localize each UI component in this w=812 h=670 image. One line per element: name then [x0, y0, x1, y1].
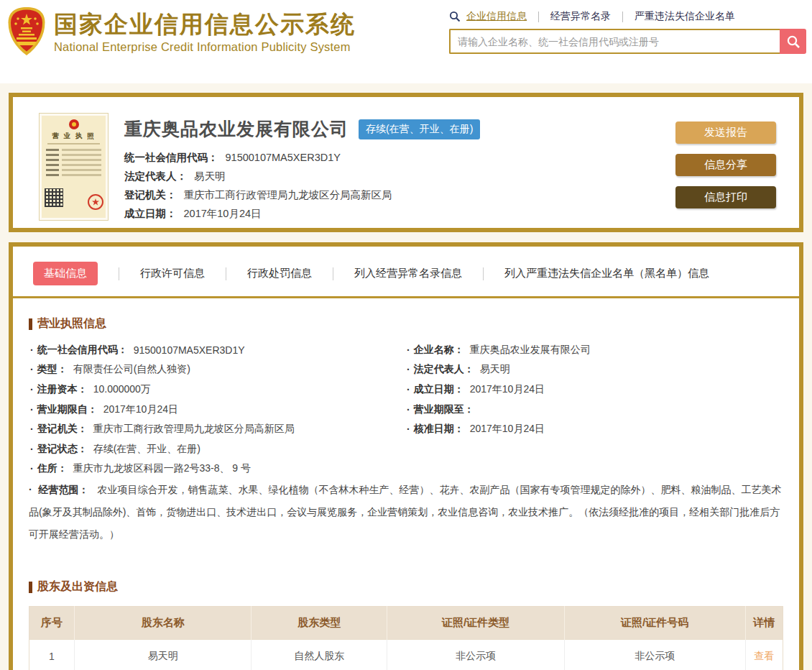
summary-row-legal-rep: 法定代表人： 易天明	[124, 171, 675, 182]
company-search-input[interactable]	[449, 29, 780, 54]
status-badge: 存续(在营、开业、在册)	[359, 119, 480, 139]
field-establish-date: 成立日期： 2017年10月24日	[407, 380, 783, 400]
field-term-to: 营业期限至：	[407, 400, 783, 420]
search-icon	[786, 35, 801, 49]
section-title-bar	[29, 318, 32, 330]
field-address: 住所： 重庆市九龙坡区科园一路2号33-8、 9 号	[30, 459, 407, 479]
detail-tabs: 基础信息 行政许可信息 行政处罚信息 列入经营异常名录信息 列入严重违法失信企业…	[13, 247, 799, 298]
col-header-cert-number: 证照/证件号码	[564, 607, 745, 640]
col-header-detail: 详情	[745, 607, 783, 640]
table-header-row: 序号 股东名称 股东类型 证照/证件类型 证照/证件号码 详情	[29, 607, 783, 640]
tab-separator	[483, 267, 484, 280]
search-icon	[449, 11, 461, 22]
view-detail-link[interactable]: 查看	[754, 650, 774, 661]
col-header-shareholder-name: 股东名称	[74, 607, 252, 640]
summary-row-establish-date: 成立日期： 2017年10月24日	[124, 208, 675, 219]
field-registry-authority: 登记机关： 重庆市工商行政管理局九龙坡区分局高新区局	[30, 419, 407, 439]
field-term-from: 营业期限自： 2017年10月24日	[30, 400, 407, 420]
cell-shareholder-name: 易天明	[74, 640, 252, 670]
field-legal-rep: 法定代表人： 易天明	[407, 360, 783, 380]
shareholders-table: 序号 股东名称 股东类型 证照/证件类型 证照/证件号码 详情 1 易天明 自然…	[29, 606, 783, 670]
business-license-thumbnail[interactable]: 营 业 执 照	[39, 113, 109, 221]
field-business-scope: 经营范围： 农业项目综合开发，销售蔬菜、水果、绿化植物（不含林木种生产、经营）、…	[29, 479, 783, 546]
tab-blacklist[interactable]: 列入严重违法失信企业名单（黑名单）信息	[504, 267, 709, 280]
field-credit-code: 统一社会信用代码： 91500107MA5XER3D1Y	[30, 340, 407, 360]
nav-link-illegal-list[interactable]: 严重违法失信企业名单	[635, 10, 735, 23]
license-thumb-title: 营 业 执 照	[45, 132, 103, 141]
cell-cert-number: 非公示项	[564, 640, 745, 670]
shareholders-section-title: 股东及出资信息	[29, 579, 783, 595]
company-detail-card: 基础信息 行政许可信息 行政处罚信息 列入经营异常名录信息 列入严重违法失信企业…	[9, 242, 803, 670]
license-qr-code	[45, 188, 63, 207]
search-button[interactable]	[780, 29, 806, 54]
site-title-zh: 国家企业信用信息公示系统	[54, 10, 356, 39]
field-company-type: 类型： 有限责任公司(自然人独资)	[30, 360, 407, 380]
company-summary-info: 重庆奥品农业发展有限公司 存续(在营、开业、在册) 统一社会信用代码： 9150…	[124, 113, 675, 212]
summary-row-registry-authority: 登记机关： 重庆市工商行政管理局九龙坡区分局高新区局	[124, 190, 675, 201]
license-decor-line	[47, 143, 100, 144]
tab-abnormal-operation[interactable]: 列入经营异常名录信息	[354, 267, 462, 280]
send-report-button[interactable]: 发送报告	[675, 121, 776, 144]
col-header-cert-type: 证照/证件类型	[387, 607, 565, 640]
tab-basic-info[interactable]: 基础信息	[33, 262, 98, 285]
nav-link-enterprise-credit[interactable]: 企业信用信息	[466, 10, 527, 23]
summary-action-buttons: 发送报告 信息分享 信息打印	[675, 121, 776, 212]
col-header-no: 序号	[29, 607, 75, 640]
nav-link-abnormal-list[interactable]: 经营异常名录	[550, 10, 611, 23]
search-box	[449, 29, 808, 54]
tab-admin-penalty[interactable]: 行政处罚信息	[247, 267, 312, 280]
license-fields: 统一社会信用代码： 91500107MA5XER3D1Y 类型： 有限责任公司(…	[30, 340, 783, 479]
national-emblem-icon	[6, 6, 47, 57]
company-summary-card: 营 业 执 照 重庆奥品农业发展有限公司 存续(在营、开业、在册) 统一社会信用…	[9, 93, 803, 232]
print-info-button[interactable]: 信息打印	[675, 186, 776, 208]
tab-admin-license[interactable]: 行政许可信息	[140, 267, 205, 280]
company-name: 重庆奥品农业发展有限公司	[124, 117, 349, 141]
brand: 国家企业信用信息公示系统 National Enterprise Credit …	[6, 6, 356, 57]
site-header: 国家企业信用信息公示系统 National Enterprise Credit …	[0, 0, 812, 83]
tab-separator	[333, 267, 333, 280]
tab-separator	[226, 267, 226, 280]
field-approval-date: 核准日期： 2017年10月24日	[407, 419, 783, 439]
cell-cert-type: 非公示项	[387, 640, 565, 670]
nav-separator	[538, 12, 539, 22]
license-red-seal-icon	[88, 194, 103, 210]
license-info-section-title: 营业执照信息	[29, 316, 783, 331]
table-row: 1 易天明 自然人股东 非公示项 非公示项 查看	[29, 640, 783, 670]
license-emblem-icon	[69, 119, 79, 129]
nav-separator	[622, 12, 623, 22]
site-title-en: National Enterprise Credit Information P…	[54, 40, 356, 54]
tab-separator	[119, 267, 119, 280]
search-nav-links: 企业信用信息 经营异常名录 严重违法失信企业名单	[449, 10, 808, 23]
search-area: 企业信用信息 经营异常名录 严重违法失信企业名单	[449, 6, 808, 54]
field-registered-capital: 注册资本： 10.000000万	[30, 380, 407, 400]
field-company-name: 企业名称： 重庆奥品农业发展有限公司	[407, 340, 783, 360]
cell-shareholder-type: 自然人股东	[252, 640, 387, 670]
cell-no: 1	[29, 640, 75, 670]
section-title-bar	[29, 582, 32, 593]
share-info-button[interactable]: 信息分享	[675, 154, 776, 176]
col-header-shareholder-type: 股东类型	[252, 607, 387, 640]
field-registration-status: 登记状态： 存续(在营、开业、在册)	[30, 439, 407, 459]
summary-row-credit-code: 统一社会信用代码： 91500107MA5XER3D1Y	[124, 152, 675, 163]
